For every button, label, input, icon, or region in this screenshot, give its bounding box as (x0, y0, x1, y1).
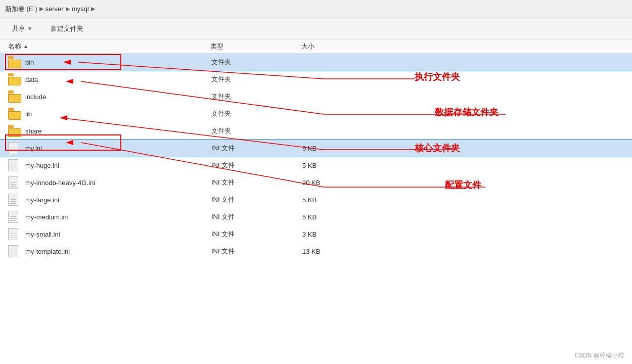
file-row[interactable]: my-template.iniINI 文件13 KB (0, 243, 632, 260)
file-size: 5 KB (302, 213, 363, 221)
file-name: my.ini (25, 145, 211, 152)
file-row[interactable]: my-small.iniINI 文件3 KB (0, 225, 632, 243)
file-type: INI 文件 (211, 247, 302, 256)
new-folder-button[interactable]: 新建文件夹 (47, 22, 87, 35)
breadcrumb-item-mysql[interactable]: mysql (72, 5, 89, 13)
col-type-header[interactable]: 类型 (210, 42, 301, 51)
sort-arrow: ▲ (23, 43, 28, 49)
col-size-header[interactable]: 大小 (301, 42, 362, 51)
share-button[interactable]: 共享 ▼ (8, 22, 36, 35)
doc-icon (8, 142, 22, 154)
file-row[interactable]: my-medium.iniINI 文件5 KB (0, 208, 632, 225)
file-row[interactable]: my-large.iniINI 文件5 KB (0, 191, 632, 208)
doc-icon (8, 194, 22, 206)
file-list: bin文件夹data文件夹include文件夹lib文件夹share文件夹my.… (0, 54, 632, 364)
file-type: INI 文件 (211, 178, 302, 187)
file-type: 文件夹 (211, 109, 302, 118)
file-row[interactable]: lib文件夹 (0, 105, 632, 122)
breadcrumb: 新加卷 (E:) ▶ server ▶ mysql ▶ (0, 0, 632, 18)
file-type: INI 文件 (211, 230, 302, 239)
file-type: 文件夹 (211, 92, 302, 101)
column-headers: 名称 ▲ 类型 大小 (0, 39, 632, 54)
doc-icon (8, 176, 22, 189)
file-type: INI 文件 (211, 212, 302, 221)
file-type: 文件夹 (211, 58, 302, 67)
file-name: share (25, 127, 211, 135)
new-folder-label: 新建文件夹 (51, 24, 83, 33)
doc-icon (8, 211, 22, 223)
file-type: INI 文件 (211, 144, 302, 153)
file-size: 3 KB (302, 231, 363, 238)
doc-icon (8, 245, 22, 257)
file-name: my-huge.ini (25, 162, 211, 169)
file-type: INI 文件 (211, 195, 302, 204)
file-name: data (25, 76, 211, 83)
file-name: my-template.ini (25, 248, 211, 255)
file-name: my-small.ini (25, 231, 211, 238)
share-dropdown-arrow: ▼ (27, 26, 32, 31)
breadcrumb-sep-3: ▶ (91, 6, 95, 12)
file-name: bin (25, 59, 211, 66)
file-name: my-large.ini (25, 196, 211, 204)
folder-icon (8, 73, 22, 85)
breadcrumb-item-server[interactable]: server (46, 5, 64, 13)
file-size: 5 KB (302, 196, 363, 204)
share-label: 共享 (12, 24, 25, 33)
file-type: 文件夹 (211, 75, 302, 84)
col-name-header[interactable]: 名称 ▲ (8, 42, 210, 51)
file-name: include (25, 93, 211, 101)
toolbar: 共享 ▼ 新建文件夹 (0, 18, 632, 39)
file-name: my-innodb-heavy-4G.ini (25, 179, 211, 187)
breadcrumb-item-drive[interactable]: 新加卷 (E:) (5, 5, 37, 14)
breadcrumb-sep-2: ▶ (66, 6, 70, 12)
file-size: 5 KB (302, 162, 363, 169)
doc-icon (8, 159, 22, 171)
file-size: 13 KB (302, 248, 363, 255)
file-row[interactable]: share文件夹 (0, 122, 632, 140)
folder-icon (8, 56, 22, 68)
file-name: lib (25, 110, 211, 118)
file-row[interactable]: my.iniINI 文件9 KB (0, 140, 632, 157)
doc-icon (8, 228, 22, 240)
file-row[interactable]: my-innodb-heavy-4G.iniINI 文件20 KB (0, 174, 632, 191)
file-size: 9 KB (302, 145, 363, 152)
watermark: CSDN @柠檬小帽 (574, 351, 624, 360)
file-row[interactable]: include文件夹 (0, 88, 632, 105)
file-area: 名称 ▲ 类型 大小 bin文件夹data文件夹include文件夹lib文件夹… (0, 39, 632, 364)
file-row[interactable]: data文件夹 (0, 71, 632, 88)
folder-icon (8, 125, 22, 137)
file-type: 文件夹 (211, 126, 302, 135)
file-row[interactable]: my-huge.iniINI 文件5 KB (0, 157, 632, 174)
breadcrumb-sep-1: ▶ (39, 6, 43, 12)
file-row[interactable]: bin文件夹 (0, 54, 632, 71)
folder-icon (8, 108, 22, 120)
file-name: my-medium.ini (25, 213, 211, 221)
file-size: 20 KB (302, 179, 363, 187)
folder-icon (8, 90, 22, 103)
file-type: INI 文件 (211, 161, 302, 170)
